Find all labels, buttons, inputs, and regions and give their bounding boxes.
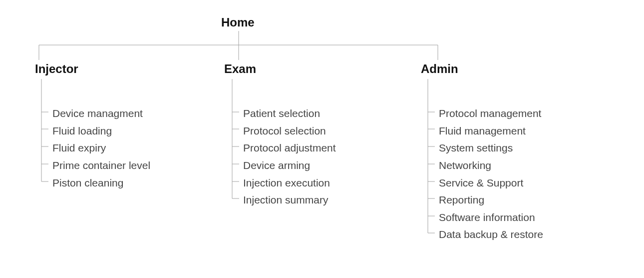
- tree-item: Patient selection: [243, 105, 336, 122]
- branch-items-admin: Protocol management Fluid management Sys…: [439, 105, 543, 244]
- tree-item: Data backup & restore: [439, 226, 543, 244]
- tree-item: Service & Support: [439, 174, 543, 192]
- tree-item: Fluid expiry: [52, 140, 150, 157]
- tree-item: Protocol selection: [243, 122, 336, 140]
- tree-item: Protocol adjustment: [243, 140, 336, 157]
- tree-item: Reporting: [439, 192, 543, 209]
- branch-items-exam: Patient selection Protocol selection Pro…: [243, 105, 336, 209]
- tree-item: Software information: [439, 209, 543, 226]
- tree-item: Protocol management: [439, 105, 543, 122]
- tree-item: Device managment: [52, 105, 150, 122]
- tree-item: Prime container level: [52, 157, 150, 174]
- tree-item: Piston cleaning: [52, 174, 150, 192]
- tree-item: Fluid loading: [52, 122, 150, 140]
- tree-item: Injection summary: [243, 192, 336, 209]
- tree-item: Fluid management: [439, 122, 543, 140]
- branch-label-exam: Exam: [224, 62, 256, 76]
- tree-item: Networking: [439, 157, 543, 174]
- tree-item: System settings: [439, 140, 543, 157]
- tree-root-label: Home: [221, 16, 255, 30]
- tree-item: Injection execution: [243, 174, 336, 192]
- branch-label-injector: Injector: [35, 62, 78, 76]
- branch-label-admin: Admin: [421, 62, 458, 76]
- branch-items-injector: Device managment Fluid loading Fluid exp…: [52, 105, 150, 192]
- tree-item: Device arming: [243, 157, 336, 174]
